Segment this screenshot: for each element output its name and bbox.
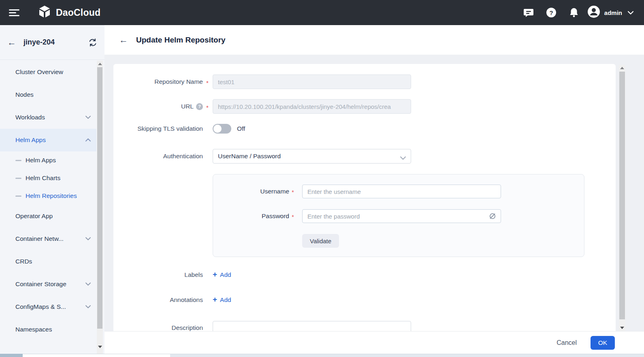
- cancel-button[interactable]: Cancel: [557, 339, 577, 346]
- annotations-row: Annotations * + Add: [113, 295, 616, 304]
- description-textarea[interactable]: [213, 321, 411, 331]
- cube-logo-icon: [37, 4, 52, 21]
- sidebar-item-cluster-overview[interactable]: Cluster Overview: [0, 61, 96, 83]
- form-footer: Cancel OK: [104, 331, 644, 354]
- chevron-down-icon: [628, 9, 633, 16]
- bell-icon[interactable]: [568, 6, 580, 19]
- helm-apps-submenu: Helm Apps Helm Charts Helm Repositories: [0, 151, 96, 205]
- chevron-down-icon: [85, 283, 91, 286]
- sidebar: ← jinye-204 Cluster Overview Nodes W: [0, 25, 104, 354]
- url-row: URL ? *: [113, 99, 616, 114]
- menu-icon[interactable]: [9, 8, 19, 18]
- cluster-name: jinye-204: [23, 38, 88, 47]
- required-asterisk: *: [205, 78, 210, 86]
- scroll-down-icon[interactable]: [97, 344, 103, 350]
- url-label: URL: [181, 103, 194, 110]
- chevron-down-icon: [85, 305, 91, 308]
- topbar-actions: ? admin: [512, 5, 633, 20]
- labels-row: Labels * + Add: [113, 270, 616, 279]
- skip-tls-row: Skipping TLS validation * Off: [113, 124, 616, 134]
- scroll-up-icon[interactable]: [97, 61, 103, 67]
- form-content: Repository Name * URL ? *: [104, 55, 644, 331]
- authentication-select[interactable]: UserName / Password: [213, 149, 411, 164]
- annotations-add-button[interactable]: + Add: [213, 295, 231, 304]
- dash-icon: [15, 196, 21, 197]
- page-header: ← Update Helm Repository: [104, 25, 644, 55]
- brand[interactable]: DaoCloud: [37, 4, 100, 21]
- scroll-up-icon[interactable]: [619, 65, 625, 71]
- annotations-label: Annotations: [113, 296, 203, 304]
- username-label: Username: [213, 188, 289, 195]
- sidebar-item-operator-app[interactable]: Operator App: [0, 205, 96, 227]
- authentication-label: Authentication: [113, 153, 203, 160]
- user-menu[interactable]: admin: [587, 5, 633, 20]
- password-label: Password: [213, 212, 289, 220]
- sidebar-item-configmaps-secrets[interactable]: ConfigMaps & S...: [0, 295, 96, 318]
- sidebar-nav: Cluster Overview Nodes Workloads Helm Ap…: [0, 61, 96, 341]
- username-row: Username *: [213, 185, 584, 198]
- dash-icon: [15, 160, 21, 161]
- scrollbar-thumb[interactable]: [619, 72, 625, 319]
- description-label: Description: [113, 321, 203, 331]
- authentication-row: Authentication * UserName / Password: [113, 149, 616, 164]
- url-field[interactable]: [213, 99, 411, 114]
- sidebar-scrollbar[interactable]: [97, 61, 103, 354]
- sidebar-subitem-helm-apps[interactable]: Helm Apps: [0, 151, 96, 169]
- app-window: DaoCloud ?: [0, 0, 644, 357]
- svg-text:?: ?: [549, 9, 553, 16]
- hscroll-left-segment[interactable]: [0, 354, 23, 357]
- sidebar-item-nodes[interactable]: Nodes: [0, 83, 96, 106]
- repository-name-row: Repository Name *: [113, 74, 616, 89]
- sidebar-back-icon[interactable]: ←: [7, 38, 16, 47]
- dash-icon: [15, 178, 21, 179]
- chevron-down-icon: [85, 116, 91, 119]
- sidebar-item-container-network[interactable]: Container Netw...: [0, 227, 96, 250]
- username-input[interactable]: [302, 185, 501, 198]
- eye-slash-icon[interactable]: [488, 212, 497, 220]
- ok-button[interactable]: OK: [591, 336, 615, 350]
- main-area: ← Update Helm Repository Repository Name…: [104, 25, 644, 354]
- description-row: Description *: [113, 321, 616, 331]
- credentials-panel: Username * Password *: [213, 174, 584, 257]
- horizontal-scrollbar[interactable]: [0, 354, 644, 357]
- scrollbar-thumb[interactable]: [97, 67, 102, 329]
- plus-icon: +: [213, 295, 217, 304]
- repository-name-label: Repository Name: [113, 78, 203, 85]
- labels-add-button[interactable]: + Add: [213, 270, 231, 279]
- username-label: admin: [604, 9, 622, 16]
- chevron-up-icon: [85, 138, 91, 142]
- scroll-down-icon[interactable]: [619, 325, 625, 331]
- skip-tls-toggle[interactable]: [213, 124, 231, 134]
- topbar: DaoCloud ?: [0, 0, 644, 25]
- password-row: Password *: [213, 209, 584, 223]
- sidebar-item-workloads[interactable]: Workloads: [0, 106, 96, 129]
- brand-name: DaoCloud: [56, 7, 100, 18]
- help-circle-icon[interactable]: ?: [196, 103, 203, 110]
- hscroll-track[interactable]: [170, 354, 644, 357]
- avatar-icon: [587, 5, 600, 20]
- required-asterisk: *: [291, 187, 295, 196]
- validate-button[interactable]: Validate: [302, 234, 339, 248]
- help-icon[interactable]: ?: [545, 6, 557, 19]
- page-title: Update Helm Repository: [136, 36, 226, 45]
- chat-icon[interactable]: [522, 6, 535, 19]
- skip-tls-state: Off: [237, 125, 245, 132]
- required-asterisk: *: [291, 212, 295, 220]
- sidebar-item-container-storage[interactable]: Container Storage: [0, 273, 96, 295]
- sidebar-item-helm-apps[interactable]: Helm Apps: [0, 129, 96, 151]
- chevron-down-icon: [85, 237, 91, 240]
- password-input[interactable]: [302, 209, 501, 223]
- sidebar-subitem-helm-charts[interactable]: Helm Charts: [0, 169, 96, 187]
- labels-label: Labels: [113, 271, 203, 278]
- page-back-icon[interactable]: ←: [119, 36, 128, 45]
- switch-cluster-icon[interactable]: [88, 38, 97, 47]
- required-asterisk: *: [205, 102, 210, 111]
- sidebar-item-crds[interactable]: CRDs: [0, 250, 96, 273]
- content-scrollbar[interactable]: [619, 65, 625, 331]
- sidebar-item-namespaces[interactable]: Namespaces: [0, 318, 96, 341]
- chevron-down-icon: [400, 154, 406, 162]
- sidebar-subitem-helm-repositories[interactable]: Helm Repositories: [0, 187, 96, 205]
- skip-tls-label: Skipping TLS validation: [113, 125, 203, 132]
- hscroll-thumb[interactable]: [23, 354, 170, 357]
- repository-name-field[interactable]: [213, 74, 411, 89]
